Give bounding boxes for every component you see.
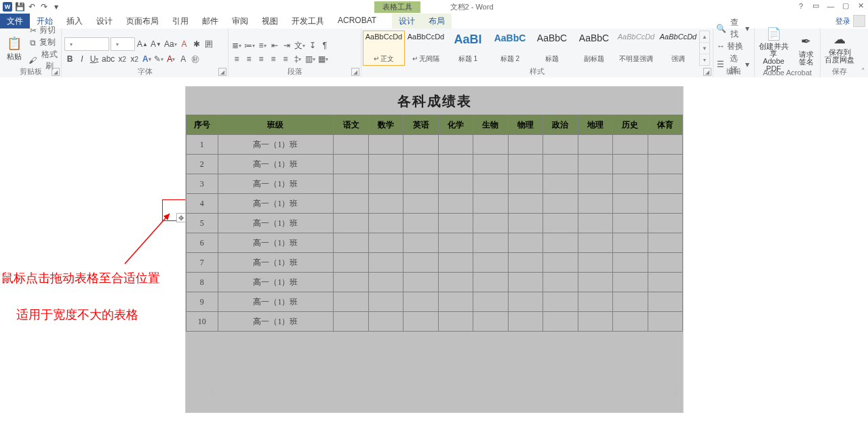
align-left-button[interactable]: ≡: [231, 54, 242, 64]
minimize-icon[interactable]: —: [826, 2, 835, 10]
table-cell[interactable]: 高一（1）班: [218, 194, 334, 214]
table-cell[interactable]: [438, 194, 473, 214]
styles-scrollbar[interactable]: ▲ ▼ ▾: [699, 31, 710, 66]
table-cell[interactable]: [648, 273, 682, 292]
table-cell[interactable]: [543, 253, 578, 273]
table-cell[interactable]: [438, 214, 473, 233]
style-item[interactable]: AaBbC副标题: [573, 31, 615, 66]
login-link[interactable]: 登录: [835, 16, 850, 26]
table-cell[interactable]: [403, 214, 438, 233]
character-border-button[interactable]: ㊖: [190, 54, 201, 64]
sort-button[interactable]: ↧: [307, 40, 318, 51]
table-cell[interactable]: [508, 135, 542, 155]
table-cell[interactable]: [403, 292, 438, 312]
table-cell[interactable]: [473, 155, 508, 174]
create-pdf-button[interactable]: 📄 创建并共享 Adobe PDF: [755, 31, 793, 68]
table-cell[interactable]: [334, 174, 368, 194]
tab-developer[interactable]: 开发工具: [285, 14, 331, 28]
tab-view[interactable]: 视图: [255, 14, 285, 28]
style-item[interactable]: AaBbC标题 2: [489, 31, 531, 66]
table-cell[interactable]: [438, 292, 473, 312]
table-cell[interactable]: 高一（1）班: [218, 135, 334, 155]
table-cell[interactable]: [648, 174, 682, 194]
table-header-cell[interactable]: 班级: [218, 115, 334, 135]
table-cell[interactable]: [368, 273, 403, 292]
font-dialog-launcher[interactable]: ◢: [218, 68, 226, 76]
table-cell[interactable]: 8: [186, 273, 218, 292]
ribbon-display-options-icon[interactable]: ▭: [811, 1, 821, 10]
table-cell[interactable]: [613, 174, 648, 194]
table-cell[interactable]: [368, 135, 403, 155]
bullets-button[interactable]: ≣▾: [231, 40, 242, 51]
table-cell[interactable]: [508, 155, 542, 174]
tab-table-design[interactable]: 设计: [392, 14, 422, 28]
user-avatar-icon[interactable]: [853, 15, 865, 27]
table-cell[interactable]: [613, 253, 648, 273]
copy-button[interactable]: ⧉复制: [28, 37, 61, 48]
table-cell[interactable]: [578, 312, 612, 332]
style-item[interactable]: AaBbC标题: [531, 31, 573, 66]
redo-icon[interactable]: ↷: [39, 2, 49, 12]
table-cell[interactable]: [613, 194, 648, 214]
table-cell[interactable]: [508, 253, 542, 273]
tab-page-layout[interactable]: 页面布局: [119, 14, 165, 28]
strikethrough-button[interactable]: abc: [101, 54, 115, 64]
table-cell[interactable]: [403, 174, 438, 194]
table-cell[interactable]: [438, 233, 473, 253]
table-cell[interactable]: [543, 292, 578, 312]
table-cell[interactable]: [334, 155, 368, 174]
clipboard-dialog-launcher[interactable]: ◢: [52, 68, 60, 76]
underline-button[interactable]: U▾: [89, 54, 100, 64]
table-cell[interactable]: [368, 194, 403, 214]
numbering-button[interactable]: ≔▾: [243, 40, 256, 51]
table-cell[interactable]: [578, 233, 612, 253]
change-case-button[interactable]: Aa▾: [163, 39, 178, 50]
table-cell[interactable]: [368, 312, 403, 332]
table-cell[interactable]: [403, 273, 438, 292]
line-spacing-button[interactable]: ‡▾: [292, 54, 303, 64]
borders-button[interactable]: ▦▾: [317, 54, 329, 64]
table-cell[interactable]: [648, 292, 682, 312]
table-cell[interactable]: 高一（1）班: [218, 253, 334, 273]
table-cell[interactable]: [403, 135, 438, 155]
table-cell[interactable]: [613, 155, 648, 174]
table-cell[interactable]: 高一（1）班: [218, 174, 334, 194]
table-cell[interactable]: [438, 253, 473, 273]
qat-customize-dropdown[interactable]: ▾: [52, 2, 61, 12]
table-cell[interactable]: [613, 312, 648, 332]
table-cell[interactable]: [508, 273, 542, 292]
font-family-combo[interactable]: ▾: [64, 37, 109, 51]
table-cell[interactable]: [438, 135, 473, 155]
table-row[interactable]: 6高一（1）班: [186, 233, 683, 253]
table-header-cell[interactable]: 物理: [508, 115, 542, 135]
table-cell[interactable]: [648, 194, 682, 214]
table-cell[interactable]: 5: [186, 214, 218, 233]
shrink-font-button[interactable]: A▼: [150, 39, 162, 50]
table-cell[interactable]: 10: [186, 312, 218, 332]
table-cell[interactable]: [508, 233, 542, 253]
show-marks-button[interactable]: ¶: [319, 40, 330, 51]
table-row[interactable]: 10高一（1）班: [186, 312, 683, 332]
justify-button[interactable]: ≡: [268, 54, 279, 64]
table-cell[interactable]: 9: [186, 292, 218, 312]
table-cell[interactable]: [578, 155, 612, 174]
table-cell[interactable]: [334, 253, 368, 273]
table-header-cell[interactable]: 序号: [186, 115, 218, 135]
table-cell[interactable]: [648, 135, 682, 155]
table-header-cell[interactable]: 生物: [473, 115, 508, 135]
table-cell[interactable]: [543, 312, 578, 332]
style-item[interactable]: AaBl标题 1: [447, 31, 489, 66]
save-to-cloud-button[interactable]: ☁ 保存到 百度网盘: [821, 29, 859, 66]
styles-gallery[interactable]: AaBbCcDd↵ 正文AaBbCcDd↵ 无间隔AaBl标题 1AaBbC标题…: [361, 29, 699, 66]
grades-table[interactable]: 序号班级语文数学英语化学生物物理政治地理历史体育 1高一（1）班2高一（1）班3…: [186, 115, 683, 332]
document-page[interactable]: 各科成绩表 序号班级语文数学英语化学生物物理政治地理历史体育 1高一（1）班2高…: [185, 86, 684, 413]
close-icon[interactable]: ✕: [856, 1, 865, 10]
tab-references[interactable]: 引用: [165, 14, 195, 28]
table-cell[interactable]: [473, 174, 508, 194]
save-icon[interactable]: 💾: [15, 2, 24, 12]
table-cell[interactable]: [578, 253, 612, 273]
table-cell[interactable]: [368, 233, 403, 253]
character-shading-button[interactable]: A: [178, 54, 189, 64]
tab-design[interactable]: 设计: [90, 14, 119, 28]
table-cell[interactable]: [543, 155, 578, 174]
